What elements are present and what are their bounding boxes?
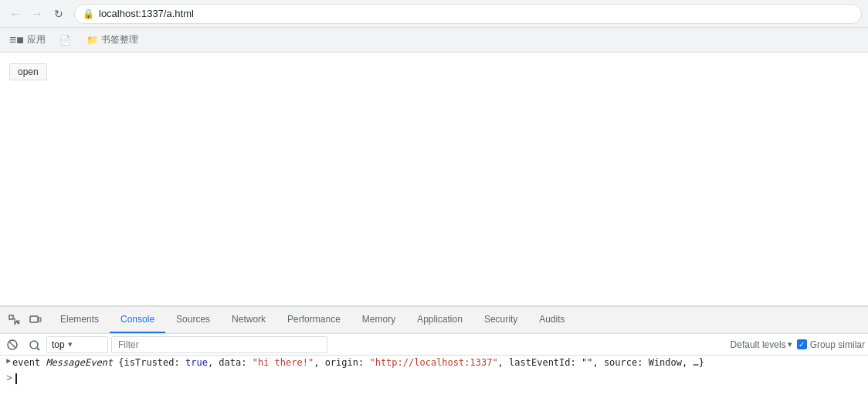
svg-rect-2 [39,318,41,322]
apps-bookmarks-item[interactable]: ≡■ 应用 [6,32,49,49]
group-similar-checkbox[interactable]: ✓ [797,339,807,349]
tab-performance[interactable]: Performance [276,307,351,333]
clear-console-button[interactable] [3,335,22,354]
default-levels-dropdown[interactable]: Default levels ▾ [731,339,792,350]
svg-line-6 [37,348,39,350]
tab-audits[interactable]: Audits [528,307,575,333]
group-similar-wrapper[interactable]: ✓ Group similar [797,339,865,350]
group-similar-label: Group similar [810,339,865,350]
svg-line-4 [10,342,15,347]
context-value: top [52,339,65,350]
apps-label: 应用 [27,33,46,46]
devtools-panel: Elements Console Sources Network Perform… [0,306,868,395]
console-log-line: ► event MessageEvent {isTrusted: true, d… [0,356,868,371]
devtools-tab-list: Elements Console Sources Network Perform… [49,307,576,333]
event-keyword: event [12,357,46,368]
data-value: "hi there!" [253,357,314,368]
address-text: localhost:1337/a.html [99,8,194,19]
bookmark-folder-icon: 📁 [86,35,98,46]
lock-icon: 🔒 [83,9,94,19]
console-object-brace-open: {isTrusted: [118,357,185,368]
is-trusted-value: true [185,357,208,368]
filter-input[interactable] [111,336,327,353]
page-content: open [0,53,868,306]
origin-value: "http://localhost:1337" [369,357,497,368]
origin-key: , origin: [314,357,369,368]
apps-grid-icon: ≡■ [9,33,24,47]
tab-console[interactable]: Console [110,307,165,333]
tab-sources[interactable]: Sources [165,307,221,333]
tab-elements[interactable]: Elements [49,307,110,333]
tab-network[interactable]: Network [221,307,276,333]
default-levels-label: Default levels [731,339,786,350]
back-button[interactable]: ← [6,5,25,23]
forward-button[interactable]: → [28,5,46,23]
address-bar[interactable]: 🔒 localhost:1337/a.html [74,4,862,24]
open-button[interactable]: open [9,63,47,80]
cursor-caret [15,373,17,384]
data-key: , data: [208,357,253,368]
svg-point-5 [30,341,38,349]
inspect-element-button[interactable] [3,309,25,331]
device-toolbar-button[interactable] [25,309,46,331]
console-output: ► event MessageEvent {isTrusted: true, d… [0,356,868,395]
console-log-text: event MessageEvent {isTrusted: true, dat… [12,357,704,368]
devtools-tab-bar: Elements Console Sources Network Perform… [0,307,868,334]
svg-rect-0 [9,315,13,319]
default-levels-chevron-icon: ▾ [788,339,792,349]
tab-memory[interactable]: Memory [351,307,406,333]
context-chevron-icon: ▾ [68,339,73,349]
expand-arrow-icon[interactable]: ► [6,357,11,366]
bookmarks-bar: ≡■ 应用 📄 📁 书签整理 [0,28,868,53]
message-event-object[interactable]: MessageEvent [46,357,118,368]
bookmark-new-tab[interactable]: 📄 [55,33,76,47]
context-selector[interactable]: top ▾ [46,336,108,353]
bookmark-doc-icon: 📄 [59,35,71,46]
bookmark-folder[interactable]: 📁 书签整理 [82,32,143,48]
console-toolbar: top ▾ Default levels ▾ ✓ Group similar [0,334,868,356]
bookmark-folder-label: 书签整理 [101,33,138,46]
svg-rect-1 [30,316,38,322]
tab-security[interactable]: Security [473,307,528,333]
console-cursor-line[interactable]: > [0,371,868,386]
tab-application[interactable]: Application [406,307,473,333]
reload-button[interactable]: ↻ [49,5,68,23]
browser-toolbar: ← → ↻ 🔒 localhost:1337/a.html [0,0,868,28]
console-bar-right: Default levels ▾ ✓ Group similar [731,339,865,350]
rest-props: , lastEventId: "", source: Window, …} [498,357,704,368]
nav-buttons: ← → ↻ [6,5,68,23]
filter-button[interactable] [25,335,43,354]
cursor-prompt-icon: > [6,373,12,384]
